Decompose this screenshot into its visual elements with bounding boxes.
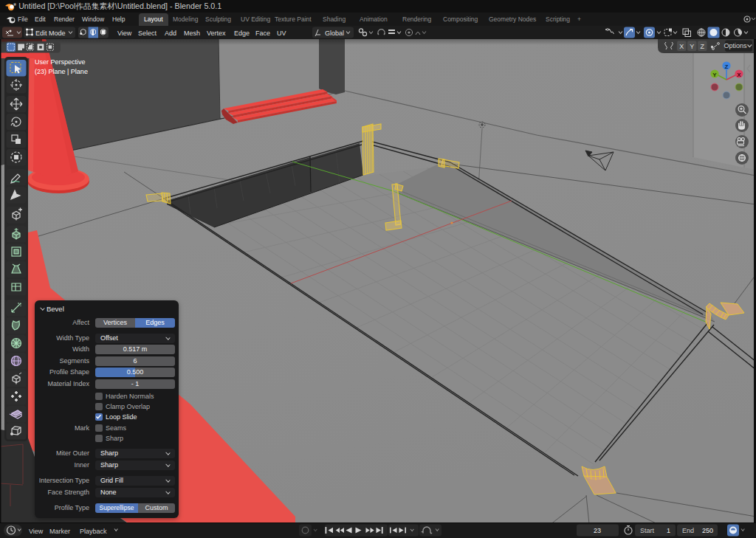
svg-text:Playback: Playback — [80, 528, 107, 535]
svg-text:Global: Global — [325, 30, 344, 37]
svg-text:Vertex: Vertex — [207, 30, 226, 37]
svg-text:X: X — [679, 43, 684, 50]
svg-text:Z: Z — [725, 63, 729, 70]
svg-text:(23) Plane | Plane: (23) Plane | Plane — [35, 68, 88, 75]
svg-text:Marker: Marker — [49, 528, 70, 535]
svg-text:23: 23 — [594, 527, 601, 534]
svg-text:Select: Select — [138, 30, 157, 37]
svg-text:Start: Start — [640, 527, 655, 534]
svg-text:Edge: Edge — [234, 30, 250, 37]
svg-text:X: X — [737, 72, 741, 78]
svg-text:Options: Options — [724, 42, 747, 49]
svg-text:Face: Face — [255, 30, 270, 37]
svg-text:End: End — [682, 527, 694, 534]
svg-text:Edit Mode: Edit Mode — [35, 30, 66, 37]
svg-text:Y: Y — [712, 72, 717, 78]
svg-text:UV: UV — [277, 30, 286, 37]
svg-text:View: View — [29, 528, 44, 535]
svg-text:View: View — [117, 30, 132, 37]
svg-text:User Perspective: User Perspective — [35, 58, 86, 66]
svg-text:Z: Z — [700, 43, 704, 50]
svg-text:Mesh: Mesh — [184, 30, 200, 37]
svg-text:Y: Y — [690, 43, 694, 50]
svg-text:1: 1 — [667, 527, 670, 534]
svg-text:250: 250 — [702, 527, 713, 534]
svg-text:Add: Add — [165, 30, 176, 37]
